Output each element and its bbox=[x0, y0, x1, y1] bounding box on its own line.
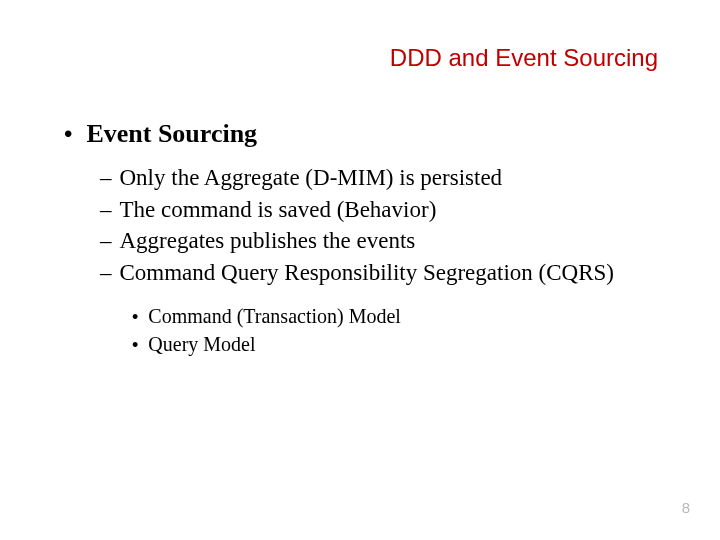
bullet-level1: • Event Sourcing bbox=[64, 118, 660, 149]
bullet-level2: – Only the Aggregate (D-MIM) is persiste… bbox=[100, 163, 660, 192]
sub-item-text: Only the Aggregate (D-MIM) is persisted bbox=[120, 163, 503, 192]
bullet-level2-group: – Only the Aggregate (D-MIM) is persiste… bbox=[64, 163, 660, 287]
bullet-dot-icon: • bbox=[64, 122, 72, 146]
bullet-level3-group: • Command (Transaction) Model • Query Mo… bbox=[64, 303, 660, 357]
bullet-dash-icon: – bbox=[100, 228, 112, 254]
bullet-dot-icon: • bbox=[132, 307, 138, 328]
page-number: 8 bbox=[682, 499, 690, 516]
sub-item-text: Aggregates publishes the events bbox=[120, 226, 416, 255]
bullet-level3: • Command (Transaction) Model bbox=[132, 303, 660, 329]
heading-text: Event Sourcing bbox=[86, 118, 257, 149]
sub-item-text: The command is saved (Behavior) bbox=[120, 195, 437, 224]
slide: DDD and Event Sourcing • Event Sourcing … bbox=[0, 0, 720, 540]
slide-content: • Event Sourcing – Only the Aggregate (D… bbox=[0, 72, 720, 357]
bullet-dash-icon: – bbox=[100, 260, 112, 286]
bullet-level2: – The command is saved (Behavior) bbox=[100, 195, 660, 224]
subsub-item-text: Query Model bbox=[148, 331, 255, 357]
subsub-item-text: Command (Transaction) Model bbox=[148, 303, 401, 329]
bullet-dash-icon: – bbox=[100, 197, 112, 223]
sub-item-text: Command Query Responsibility Segregation… bbox=[120, 258, 614, 287]
slide-title: DDD and Event Sourcing bbox=[0, 0, 720, 72]
bullet-level2: – Command Query Responsibility Segregati… bbox=[100, 258, 660, 287]
bullet-dash-icon: – bbox=[100, 165, 112, 191]
bullet-level3: • Query Model bbox=[132, 331, 660, 357]
bullet-dot-icon: • bbox=[132, 335, 138, 356]
bullet-level2: – Aggregates publishes the events bbox=[100, 226, 660, 255]
